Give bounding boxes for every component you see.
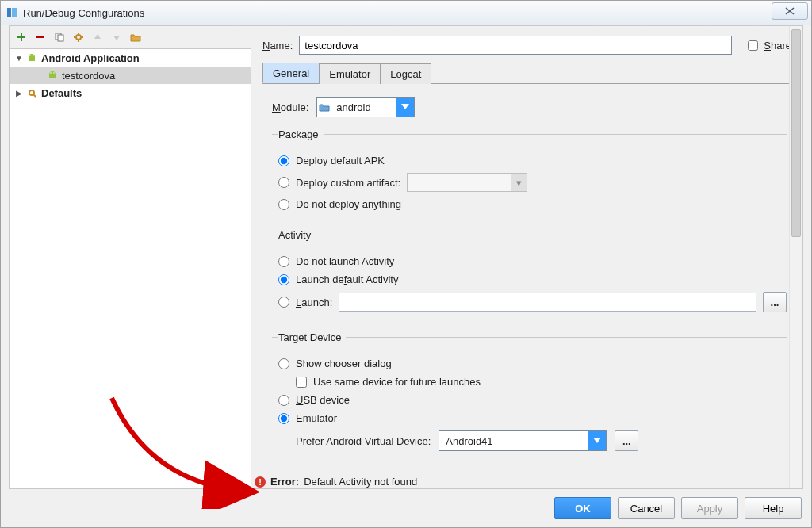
- target-device-group: Target Device Show chooser dialog Use sa…: [272, 331, 787, 451]
- prefer-avd-value: Android41: [439, 435, 588, 447]
- activity-legend: Activity: [278, 229, 316, 241]
- share-text: Share: [764, 40, 791, 52]
- share-checkbox-label[interactable]: Share: [745, 38, 791, 53]
- do-not-deploy-option[interactable]: Do not deploy anything: [278, 198, 787, 210]
- deploy-custom-artifact-radio[interactable]: [278, 177, 289, 188]
- tree-label: testcordova: [62, 70, 115, 82]
- android-icon: [46, 69, 59, 82]
- module-combo[interactable]: android: [316, 97, 415, 117]
- activity-group: Activity Do not launch Activity Launch d…: [272, 229, 787, 319]
- usb-device-radio[interactable]: [278, 395, 289, 406]
- option-text: Show chooser dialog: [296, 358, 392, 369]
- tree-node-defaults[interactable]: ▶ Defaults: [10, 84, 251, 101]
- svg-point-5: [29, 55, 31, 56]
- expand-arrow-icon[interactable]: ▼: [14, 54, 24, 63]
- do-not-launch-radio[interactable]: [278, 256, 289, 267]
- prefer-avd-row: Prefer Android Virtual Device: Android41…: [296, 430, 787, 451]
- tab-panel-general: Module: android Pack: [262, 84, 791, 488]
- config-tree[interactable]: ▼ Android Application testcordova ▶: [10, 49, 251, 488]
- vertical-scrollbar[interactable]: [789, 26, 802, 488]
- package-legend: Package: [278, 128, 324, 140]
- chevron-down-icon[interactable]: ▾: [511, 174, 527, 191]
- scrollbar-thumb[interactable]: [791, 29, 801, 237]
- chevron-down-icon[interactable]: [588, 431, 606, 450]
- do-not-launch-option[interactable]: Do not launch Activity: [278, 255, 787, 267]
- right-panel: Name: Share General Emulator Logcat Modu…: [251, 26, 802, 488]
- folder-icon: [317, 102, 331, 112]
- use-same-device-option[interactable]: Use same device for future launches: [296, 376, 787, 388]
- target-device-legend: Target Device: [278, 331, 346, 343]
- tab-emulator[interactable]: Emulator: [319, 63, 381, 84]
- move-down-button[interactable]: [109, 30, 124, 44]
- launch-activity-input[interactable]: [339, 293, 756, 312]
- wrench-icon: [25, 86, 38, 99]
- tree-node-android-application[interactable]: ▼ Android Application: [10, 49, 251, 67]
- chevron-down-icon[interactable]: [396, 98, 414, 117]
- use-same-device-checkbox[interactable]: [296, 377, 307, 388]
- svg-rect-3: [58, 35, 63, 41]
- svg-point-6: [33, 55, 34, 56]
- dialog-button-bar: OK Cancel Apply Help: [554, 497, 802, 519]
- deploy-default-apk-radio[interactable]: [278, 155, 289, 166]
- apply-button[interactable]: Apply: [681, 497, 738, 519]
- module-value: android: [331, 101, 396, 113]
- error-message: Default Activity not found: [304, 476, 417, 488]
- settings-config-button[interactable]: [71, 30, 86, 44]
- option-text: Do not launch Activity: [296, 255, 394, 267]
- tab-logcat[interactable]: Logcat: [380, 63, 431, 84]
- launch-specific-radio[interactable]: [278, 297, 289, 308]
- share-checkbox[interactable]: [748, 40, 758, 51]
- name-input[interactable]: [299, 36, 732, 55]
- tree-label: Defaults: [41, 87, 82, 99]
- help-button[interactable]: Help: [745, 497, 802, 519]
- option-text: Launch:: [296, 297, 332, 308]
- launch-default-radio[interactable]: [278, 274, 289, 285]
- folder-button[interactable]: [128, 30, 143, 44]
- module-row: Module: android: [272, 97, 787, 117]
- dialog-window: Run/Debug Configurations: [0, 0, 812, 528]
- emulator-radio[interactable]: [278, 413, 289, 424]
- remove-config-button[interactable]: [33, 30, 48, 44]
- option-text: Deploy custom artifact:: [296, 177, 400, 189]
- expand-arrow-icon[interactable]: ▶: [14, 89, 24, 98]
- option-text: Emulator: [296, 412, 337, 424]
- option-text: Launch default Activity: [296, 274, 398, 285]
- copy-config-button[interactable]: [52, 30, 67, 44]
- option-text: Deploy default APK: [296, 155, 385, 166]
- prefer-avd-combo[interactable]: Android41: [439, 430, 607, 451]
- add-config-button[interactable]: [14, 30, 29, 44]
- browse-avd-button[interactable]: ...: [615, 430, 638, 451]
- launch-specific-option[interactable]: Launch: ...: [278, 292, 787, 312]
- cancel-button[interactable]: Cancel: [618, 497, 675, 519]
- tree-label: Android Application: [41, 52, 140, 64]
- browse-activity-button[interactable]: ...: [763, 292, 787, 312]
- dialog-body: ▼ Android Application testcordova ▶: [9, 25, 803, 489]
- option-text: USB device: [296, 394, 350, 406]
- close-window-button[interactable]: [772, 2, 808, 20]
- left-panel: ▼ Android Application testcordova ▶: [10, 26, 251, 488]
- emulator-option[interactable]: Emulator: [278, 412, 787, 424]
- move-up-button[interactable]: [90, 30, 105, 44]
- show-chooser-option[interactable]: Show chooser dialog: [278, 358, 787, 369]
- error-label: Error:: [270, 476, 299, 488]
- launch-default-option[interactable]: Launch default Activity: [278, 274, 787, 285]
- deploy-custom-artifact-option[interactable]: Deploy custom artifact: ▾: [278, 173, 787, 192]
- svg-point-4: [76, 35, 81, 40]
- usb-device-option[interactable]: USB device: [278, 394, 787, 406]
- titlebar: Run/Debug Configurations: [1, 1, 811, 25]
- custom-artifact-combo[interactable]: ▾: [407, 173, 527, 192]
- name-row: Name: Share: [262, 36, 791, 55]
- do-not-deploy-radio[interactable]: [278, 199, 289, 210]
- ok-button[interactable]: OK: [554, 497, 611, 519]
- android-icon: [25, 52, 38, 64]
- svg-point-8: [53, 72, 55, 74]
- svg-point-7: [50, 72, 52, 74]
- option-text: Do not deploy anything: [296, 198, 401, 210]
- tree-node-testcordova[interactable]: testcordova: [10, 67, 251, 84]
- module-label: Module:: [272, 101, 308, 113]
- svg-rect-0: [7, 8, 11, 17]
- show-chooser-radio[interactable]: [278, 358, 289, 369]
- tab-general[interactable]: General: [262, 63, 320, 83]
- deploy-default-apk-option[interactable]: Deploy default APK: [278, 155, 787, 166]
- config-toolbar: [10, 26, 251, 49]
